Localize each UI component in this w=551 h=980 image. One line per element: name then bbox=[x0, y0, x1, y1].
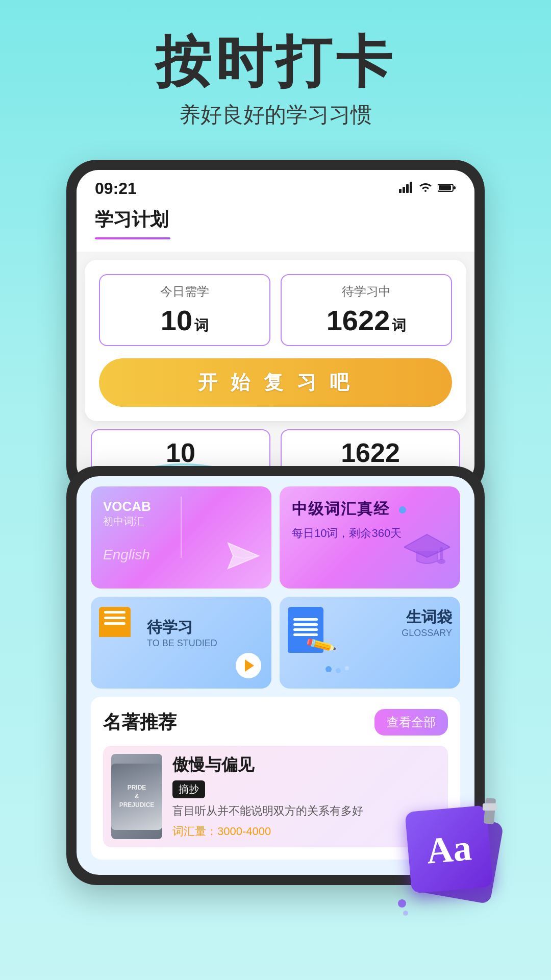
svg-rect-1 bbox=[403, 187, 405, 193]
dots-decoration bbox=[325, 666, 349, 673]
pending-text-area: 待学习 TO BE STUDIED bbox=[147, 609, 259, 649]
main-subtitle: 养好良好的学习习惯 bbox=[20, 101, 531, 129]
bottom-cards-grid: 待学习 TO BE STUDIED bbox=[91, 597, 460, 689]
pending-card-label: 待学习 bbox=[147, 617, 259, 638]
vocab-label: VOCAB bbox=[103, 499, 259, 514]
today-stat-box: 今日需学 10 词 bbox=[99, 274, 270, 346]
play-button[interactable] bbox=[236, 653, 261, 678]
glossary-label: 生词袋 bbox=[402, 607, 452, 628]
view-all-button[interactable]: 查看全部 bbox=[374, 709, 448, 736]
doc-icon: ✏️ bbox=[288, 607, 323, 653]
vocab-english-text: English bbox=[103, 547, 150, 563]
svg-rect-5 bbox=[439, 185, 451, 190]
aa-book-decoration: Aa bbox=[408, 808, 505, 905]
study-plan-card: 今日需学 10 词 待学习中 1622 词 开 始 复 习 bbox=[85, 260, 466, 421]
battery-icon bbox=[438, 181, 456, 197]
svg-rect-3 bbox=[410, 182, 412, 193]
top-cards-grid: VOCAB 初中词汇 English bbox=[91, 486, 460, 589]
book-cover-image: PRIDE&PREJUDICE bbox=[111, 754, 162, 839]
app-header: 学习计划 bbox=[77, 202, 474, 252]
book-vocab-range: 词汇量：3000-4000 bbox=[172, 824, 440, 839]
signal-icon bbox=[399, 181, 413, 197]
svg-point-9 bbox=[437, 559, 445, 564]
partial-today-value: 10 bbox=[166, 438, 195, 468]
wifi-icon bbox=[418, 181, 433, 197]
pending-unit: 词 bbox=[392, 316, 406, 335]
famous-title: 名著推荐 bbox=[103, 710, 177, 735]
phone-screen-1: 09:21 bbox=[77, 170, 474, 486]
glossary-text-area: 生词袋 GLOSSARY bbox=[402, 607, 452, 639]
paper-plane-icon bbox=[226, 541, 261, 578]
pending-stat-box: 待学习中 1622 词 bbox=[281, 274, 452, 346]
cards-section: VOCAB 初中词汇 English bbox=[87, 486, 464, 860]
svg-rect-2 bbox=[406, 184, 409, 193]
today-label: 今日需学 bbox=[110, 283, 259, 300]
app-title: 学习计划 bbox=[95, 209, 168, 230]
graduation-hat-icon bbox=[404, 529, 450, 578]
phone-mockup-2: VOCAB 初中词汇 English bbox=[66, 466, 485, 885]
book-list-item[interactable]: PRIDE&PREJUDICE 傲慢与偏见 摘抄 盲目听从并不能说明双方的关系有… bbox=[103, 746, 448, 847]
progress-dot bbox=[399, 506, 406, 513]
section-header: 名著推荐 查看全部 bbox=[103, 709, 448, 736]
svg-rect-0 bbox=[399, 189, 402, 193]
svg-rect-8 bbox=[440, 547, 443, 560]
today-value: 10 bbox=[161, 304, 192, 337]
book-desc: 盲目听从并不能说明双方的关系有多好 bbox=[172, 803, 440, 819]
stats-row: 今日需学 10 词 待学习中 1622 词 bbox=[99, 274, 452, 346]
book-card-title: 中级词汇真经 bbox=[292, 499, 448, 520]
header-section: 按时打卡 养好良好的学习习惯 bbox=[0, 0, 551, 144]
pending-value: 1622 bbox=[327, 304, 390, 337]
glossary-card[interactable]: ✏️ 生词袋 GLOSSARY bbox=[280, 597, 460, 689]
book-name: 傲慢与偏见 bbox=[172, 754, 440, 776]
status-icons bbox=[399, 181, 456, 197]
book-info-area: 傲慢与偏见 摘抄 盲目听从并不能说明双方的关系有多好 词汇量：3000-4000 bbox=[172, 754, 440, 839]
vocab-card[interactable]: VOCAB 初中词汇 English bbox=[91, 486, 271, 589]
glossary-sublabel: GLOSSARY bbox=[402, 628, 452, 639]
book-tag: 摘抄 bbox=[172, 780, 205, 798]
famous-section-partial: 名著推荐 查看全部 PRIDE&PREJUDICE bbox=[91, 697, 460, 860]
status-time: 09:21 bbox=[95, 179, 137, 198]
status-bar: 09:21 bbox=[77, 170, 474, 202]
partial-pending-value: 1622 bbox=[341, 438, 400, 468]
pending-card-sublabel: TO BE STUDIED bbox=[147, 638, 259, 649]
play-triangle-icon bbox=[245, 659, 254, 672]
phone-mockup-1: 09:21 bbox=[66, 160, 485, 497]
svg-rect-6 bbox=[454, 186, 456, 189]
pending-label: 待学习中 bbox=[292, 283, 441, 300]
vocab-sub: 初中词汇 bbox=[103, 514, 259, 528]
vocab-book-card[interactable]: 中级词汇真经 每日10词，剩余360天 bbox=[280, 486, 460, 589]
title-underline bbox=[95, 237, 170, 239]
today-unit: 词 bbox=[194, 316, 209, 335]
pending-study-card[interactable]: 待学习 TO BE STUDIED bbox=[91, 597, 271, 689]
start-review-button[interactable]: 开 始 复 习 吧 bbox=[99, 358, 452, 407]
main-title: 按时打卡 bbox=[20, 31, 531, 92]
receipt-icon bbox=[99, 607, 131, 637]
